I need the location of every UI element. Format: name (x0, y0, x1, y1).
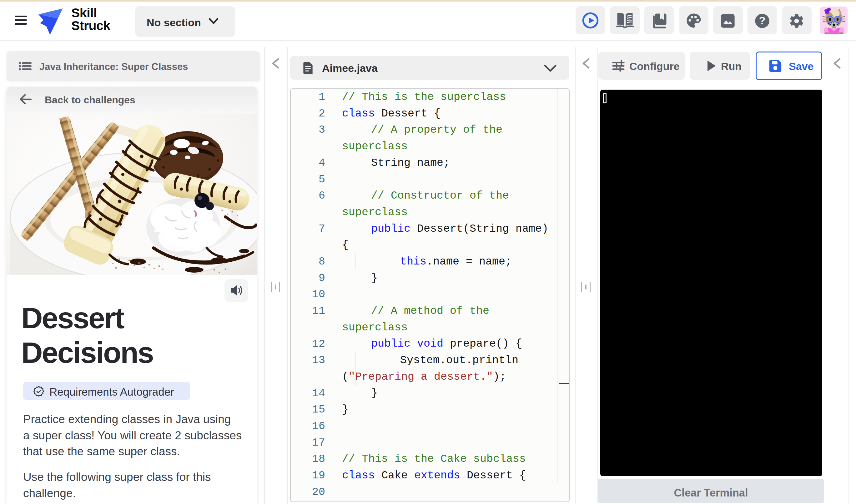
svg-text:?: ? (759, 15, 765, 26)
